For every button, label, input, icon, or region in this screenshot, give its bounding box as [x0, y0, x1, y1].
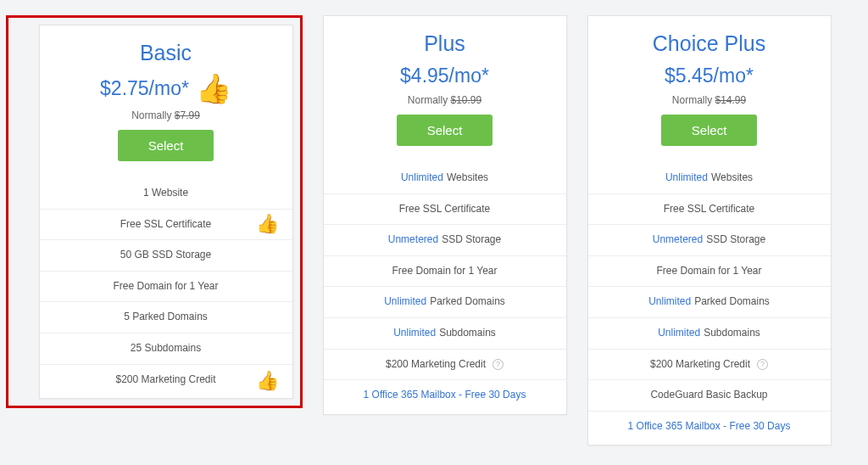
normally-label: Normally	[131, 109, 171, 121]
feature-accent: Unlimited	[648, 295, 691, 309]
normally-price: $7.99	[175, 109, 200, 121]
feature-accent: Unmetered	[388, 233, 438, 247]
plan-price: $5.45/mo*	[665, 64, 754, 87]
feature-text: Free Domain for 1 Year	[392, 265, 497, 278]
feature-item: 5 Parked Domains	[40, 301, 292, 333]
feature-list: Unlimited Websites Free SSL Certificate …	[324, 160, 566, 414]
feature-text: Free SSL Certificate	[120, 218, 212, 232]
plan-name: Plus	[337, 31, 553, 56]
feature-item: Free Domain for 1 Year	[40, 271, 292, 302]
feature-text: SSD Storage	[442, 233, 501, 247]
feature-list: 1 Website Free SSL Certificate👍 50 GB SS…	[40, 175, 292, 398]
feature-accent: Unlimited	[665, 171, 708, 185]
feature-text: Free SSL Certificate	[664, 203, 755, 216]
feature-item: Unlimited Websites	[588, 160, 831, 193]
plan-name: Choice Plus	[602, 31, 817, 56]
feature-accent: 1 Office 365 Mailbox - Free 30 Days	[364, 389, 526, 402]
feature-item: 1 Office 365 Mailbox - Free 30 Days	[324, 379, 566, 414]
plan-card-choice-plus: Choice Plus $5.45/mo* Normally $14.99 Se…	[587, 15, 832, 445]
feature-item: Free Domain for 1 Year	[588, 255, 831, 287]
feature-list: Unlimited Websites Free SSL Certificate …	[588, 160, 831, 445]
feature-item: Unmetered SSD Storage	[588, 224, 831, 255]
price-row: $4.95/mo*	[337, 64, 553, 87]
feature-accent: Unlimited	[658, 327, 700, 340]
plan-price: $4.95/mo*	[400, 64, 489, 87]
feature-text: Websites	[711, 171, 753, 185]
feature-text: Free Domain for 1 Year	[656, 265, 761, 278]
feature-item: Free SSL Certificate	[324, 193, 566, 225]
thumbs-up-icon: 👍	[256, 372, 279, 390]
select-button[interactable]: Select	[397, 115, 493, 146]
feature-text: Free Domain for 1 Year	[113, 280, 218, 294]
feature-item: Unlimited Parked Domains	[588, 286, 831, 317]
feature-text: Parked Domains	[694, 295, 770, 309]
normally-text: Normally $14.99	[602, 94, 817, 106]
feature-accent: 1 Office 365 Mailbox - Free 30 Days	[628, 420, 791, 434]
card-header: Plus $4.95/mo* Normally $10.99 Select	[324, 16, 566, 160]
feature-item: $200 Marketing Credit?	[324, 349, 566, 380]
select-button[interactable]: Select	[661, 115, 758, 146]
feature-item: Unmetered SSD Storage	[324, 224, 566, 255]
feature-text: Subdomains	[439, 327, 496, 340]
normally-price: $14.99	[715, 94, 746, 106]
feature-item: 50 GB SSD Storage	[40, 239, 292, 271]
feature-accent: Unlimited	[393, 327, 436, 340]
price-row: $5.45/mo*	[602, 64, 817, 87]
feature-item: 1 Website	[40, 175, 292, 209]
feature-text: CodeGuard Basic Backup	[650, 389, 767, 402]
normally-label: Normally	[408, 94, 448, 106]
feature-accent: Unlimited	[384, 295, 426, 309]
feature-item: Free SSL Certificate👍	[40, 209, 292, 240]
normally-label: Normally	[672, 94, 712, 106]
feature-item: Free SSL Certificate	[588, 193, 831, 225]
feature-item: 1 Office 365 Mailbox - Free 30 Days	[588, 411, 831, 445]
normally-text: Normally $7.99	[53, 109, 279, 121]
plan-card-basic: Basic $2.75/mo* 👍 Normally $7.99 Select …	[39, 25, 293, 399]
normally-price: $10.99	[450, 94, 481, 106]
info-icon[interactable]: ?	[757, 359, 768, 370]
feature-accent: Unmetered	[653, 233, 703, 247]
plan-name: Basic	[53, 41, 279, 65]
plan-price: $2.75/mo*	[100, 77, 189, 100]
feature-text: $200 Marketing Credit	[115, 373, 215, 387]
feature-text: Parked Domains	[430, 295, 505, 309]
feature-text: Websites	[447, 171, 488, 185]
feature-text: Free SSL Certificate	[399, 203, 491, 216]
feature-text: $200 Marketing Credit	[386, 358, 486, 372]
card-header: Basic $2.75/mo* 👍 Normally $7.99 Select	[40, 25, 292, 175]
info-icon[interactable]: ?	[492, 359, 504, 370]
feature-text: 50 GB SSD Storage	[120, 249, 211, 262]
select-button[interactable]: Select	[118, 130, 214, 161]
feature-item: $200 Marketing Credit?	[588, 349, 831, 380]
feature-text: 1 Website	[143, 187, 188, 200]
feature-text: 25 Subdomains	[131, 342, 201, 356]
feature-item: Unlimited Subdomains	[588, 317, 831, 349]
feature-item: Unlimited Parked Domains	[324, 286, 566, 317]
feature-item: Unlimited Subdomains	[324, 317, 566, 349]
feature-item: Unlimited Websites	[324, 160, 566, 193]
feature-text: $200 Marketing Credit	[650, 358, 750, 372]
feature-item: $200 Marketing Credit👍	[40, 364, 292, 399]
plan-card-plus: Plus $4.95/mo* Normally $10.99 Select Un…	[323, 15, 567, 415]
highlight-frame: Basic $2.75/mo* 👍 Normally $7.99 Select …	[6, 15, 303, 408]
feature-item: Free Domain for 1 Year	[324, 255, 566, 287]
feature-item: 25 Subdomains	[40, 333, 292, 364]
price-row: $2.75/mo* 👍	[53, 74, 279, 103]
pricing-container: Basic $2.75/mo* 👍 Normally $7.99 Select …	[4, 15, 832, 445]
normally-text: Normally $10.99	[337, 94, 553, 106]
feature-text: SSD Storage	[706, 233, 765, 247]
feature-accent: Unlimited	[401, 171, 443, 185]
thumbs-up-icon: 👍	[196, 74, 231, 103]
feature-text: 5 Parked Domains	[124, 311, 208, 324]
feature-text: Subdomains	[704, 327, 760, 340]
thumbs-up-icon: 👍	[256, 215, 279, 233]
card-header: Choice Plus $5.45/mo* Normally $14.99 Se…	[588, 16, 831, 160]
feature-item: CodeGuard Basic Backup	[588, 379, 831, 411]
